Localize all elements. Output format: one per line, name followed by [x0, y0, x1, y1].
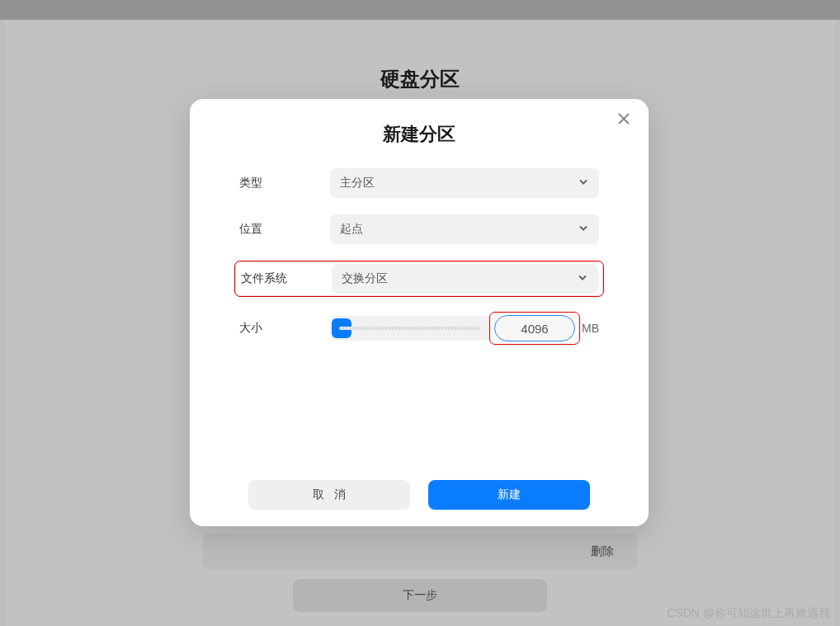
- filesystem-label: 文件系统: [239, 271, 332, 286]
- filesystem-select-value: 交换分区: [342, 271, 388, 286]
- type-select-value: 主分区: [340, 176, 375, 191]
- create-button-label: 新建: [498, 487, 521, 502]
- chevron-down-icon: [577, 272, 588, 286]
- dialog-title: 新建分区: [190, 122, 649, 147]
- create-button[interactable]: 新建: [428, 480, 590, 510]
- size-input-wrap: [494, 315, 575, 341]
- slider-groove: [339, 327, 480, 330]
- size-slider[interactable]: [330, 316, 489, 341]
- size-controls: MB: [330, 315, 599, 341]
- type-select[interactable]: 主分区: [330, 168, 599, 198]
- size-input[interactable]: [494, 315, 575, 341]
- type-label: 类型: [239, 176, 330, 191]
- cancel-button-label: 取 消: [309, 487, 349, 502]
- filesystem-row: 文件系统 交换分区: [234, 261, 604, 297]
- cancel-button[interactable]: 取 消: [248, 480, 410, 510]
- position-select-value: 起点: [340, 222, 363, 237]
- position-label: 位置: [239, 222, 330, 237]
- dialog-header: 新建分区: [190, 99, 649, 147]
- filesystem-select-wrap: 交换分区: [332, 264, 598, 294]
- size-unit: MB: [582, 322, 599, 335]
- close-icon: [616, 115, 631, 129]
- close-button[interactable]: [616, 111, 632, 128]
- chevron-down-icon: [578, 223, 589, 237]
- type-select-wrap: 主分区: [330, 168, 599, 198]
- dialog-footer: 取 消 新建: [190, 480, 649, 510]
- size-row: 大小 MB: [239, 313, 599, 343]
- position-select-wrap: 起点: [330, 214, 599, 244]
- create-partition-dialog: 新建分区 类型 主分区 位置 起点: [190, 99, 649, 526]
- filesystem-select[interactable]: 交换分区: [332, 264, 598, 294]
- dialog-form: 类型 主分区 位置 起点: [190, 147, 649, 343]
- chevron-down-icon: [578, 177, 589, 191]
- watermark-text: CSDN @你可知这世上再难遇我: [667, 606, 830, 621]
- type-row: 类型 主分区: [239, 168, 599, 198]
- position-select[interactable]: 起点: [330, 214, 599, 244]
- size-label: 大小: [239, 321, 330, 336]
- position-row: 位置 起点: [239, 214, 599, 244]
